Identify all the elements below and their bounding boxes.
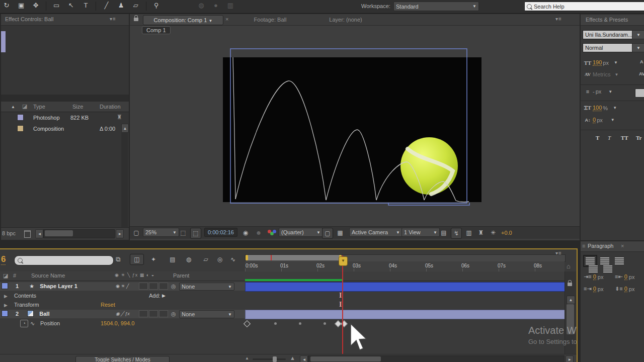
chevron-down-icon[interactable]: ▼ (208, 19, 212, 23)
lock-track-icon[interactable] (568, 282, 572, 287)
live-update-icon[interactable]: ↯ (451, 228, 462, 239)
workspace-dropdown[interactable]: Standard ▼ (393, 2, 479, 11)
font-size-value[interactable]: 190 (593, 59, 602, 66)
table-row[interactable]: Photoshop 822 KB (1, 113, 121, 123)
effect-controls-tab[interactable]: Effect Controls: Ball (5, 16, 53, 22)
align-left-button[interactable] (586, 257, 595, 264)
comp-breadcrumb-chip[interactable]: Comp 1 (142, 26, 171, 34)
keyframe-dot[interactable] (324, 322, 326, 325)
font-family-select[interactable]: Uni Ila.Sundaram... (583, 30, 636, 39)
row-duration[interactable]: Δ 0:00 (100, 126, 115, 132)
indent-left-value[interactable]: 0 (593, 274, 596, 280)
transform-row[interactable]: ▶ Transform Reset (0, 301, 245, 309)
layer-switches[interactable]: ◉ ╱ ƒx (116, 310, 130, 318)
timeline-hscroll-left[interactable]: ▲ (300, 355, 308, 362)
fill-options-dropdown[interactable] (635, 88, 644, 98)
brush-tool-icon[interactable]: ╱ (100, 0, 113, 11)
chevron-down-icon[interactable]: ▼ (614, 72, 618, 77)
zoom-slider-thumb[interactable] (273, 356, 277, 362)
sort-arrow-icon[interactable]: ▲ (11, 105, 15, 109)
composition-viewport[interactable] (130, 34, 580, 226)
paragraph-header[interactable]: ≡ Paragraph × (581, 241, 644, 252)
hscroll-thumb[interactable] (45, 230, 73, 236)
position-value[interactable]: 1504.0, 994.0 (101, 319, 134, 328)
zoom-in-mountain-icon[interactable]: ▲ (290, 355, 295, 361)
transform-label[interactable]: Transform (14, 302, 39, 308)
hscroll-right-button[interactable]: ▲ (116, 229, 124, 238)
goto-time-icon[interactable]: ▤ (439, 228, 449, 238)
indent-left-field[interactable]: ⇥≡ 0 px (584, 274, 603, 280)
chevron-down-icon[interactable]: ▼ (608, 89, 612, 94)
navigator-start-handle[interactable] (246, 255, 248, 260)
position-row[interactable]: ◔ ∿ Position 1504.0, 994.0 (0, 319, 245, 328)
type-tool-icon[interactable]: T (79, 0, 92, 11)
table-row[interactable]: Composition Δ 0:00 (1, 124, 121, 134)
exposure-value[interactable]: +0.0 (501, 230, 512, 236)
effects-presets-tab[interactable]: Effects & Presets (586, 17, 628, 23)
transparency-grid-icon[interactable]: ▦ (335, 228, 345, 238)
column-parent[interactable]: Parent (173, 273, 189, 279)
chevron-down-icon[interactable]: ▼ (614, 60, 618, 65)
layer-row-shape[interactable]: 1 ★ Shape Layer 1 ◉ ☀ ╱ ◎ None▼ (0, 282, 245, 291)
align-center-button[interactable] (600, 257, 609, 264)
zoom-out-mountain-icon[interactable]: ▲ (245, 356, 249, 360)
resolution-dropdown[interactable]: (Quarter)▼ (279, 228, 323, 237)
vertical-scrollbar[interactable] (121, 133, 128, 228)
keyframe-dot[interactable] (274, 322, 277, 325)
rectangle-tool-icon[interactable]: ▭ (50, 0, 63, 11)
layer-color-swatch[interactable] (2, 283, 8, 289)
layer-switches[interactable]: ◉ ☀ ╱ (116, 282, 129, 291)
space-after-value[interactable]: 0 (624, 286, 627, 292)
label-column-icon[interactable]: ◪ (22, 103, 27, 110)
snapshot-icon[interactable]: ◉ (240, 228, 251, 238)
tennis-ball[interactable] (400, 137, 458, 195)
stopwatch-icon[interactable]: ◔ (20, 320, 28, 327)
layer-name[interactable]: Shape Layer 1 (40, 283, 77, 289)
show-snapshot-icon[interactable]: ☻ (254, 228, 264, 238)
graph-editor-icon[interactable]: ∿ (226, 254, 239, 264)
faux-italic-button[interactable]: T (608, 135, 611, 141)
frame-blending-icon[interactable]: ▤ (166, 254, 179, 264)
exposure-shutter-icon[interactable]: ✳ (488, 228, 498, 238)
switch-boxes[interactable] (139, 283, 169, 291)
current-time-display[interactable]: 0:00:02:16 (204, 228, 237, 237)
ball-layer-duration-bar[interactable] (245, 310, 566, 319)
hide-shy-layers-icon[interactable]: ✦ (147, 254, 160, 264)
effects-presets-header[interactable]: Effects & Presets (581, 15, 644, 26)
layer-color-swatch[interactable] (2, 310, 8, 317)
motion-blur-icon[interactable]: ◍ (182, 254, 195, 264)
row-size[interactable]: 822 KB (70, 115, 89, 121)
font-family-dropdown-button[interactable]: ▼ (632, 30, 644, 39)
switch-boxes[interactable] (139, 310, 169, 319)
timeline-search-input[interactable] (14, 255, 114, 265)
brainstorm-icon[interactable]: ▱ (199, 254, 212, 264)
tab-footage[interactable]: Footage: Ball (233, 15, 307, 24)
all-caps-button[interactable]: TT (621, 135, 628, 141)
shape-layer-duration-bar[interactable] (245, 282, 566, 292)
kerning-value[interactable]: Metrics (593, 71, 610, 77)
pan-behind-tool-icon[interactable]: ✥ (29, 0, 42, 11)
view-layout-dropdown[interactable]: 1 View▼ (401, 228, 440, 237)
panel-menu-icon[interactable]: ▾≡ (110, 16, 116, 22)
puppet-pin-tool-icon[interactable]: ⚲ (150, 0, 163, 11)
comp-marker-bin-icon[interactable]: ⌂ (567, 262, 571, 270)
pen-tool-icon[interactable]: ↖ (64, 0, 77, 11)
auto-keyframe-icon[interactable]: ◎ (213, 254, 226, 264)
effect-controls-header[interactable]: Effect Controls: Ball ▾≡ (1, 14, 129, 26)
tab-close-icon[interactable]: × (225, 16, 228, 22)
column-type[interactable]: Type (33, 104, 45, 110)
hscroll-left-button[interactable]: ▲ (35, 229, 43, 238)
timeline-hscroll-right[interactable]: ▲ (566, 355, 574, 362)
search-help-input[interactable]: Search Help (524, 2, 644, 11)
expander-icon[interactable]: ▶ (4, 294, 8, 299)
small-caps-button[interactable]: Tr (636, 135, 641, 141)
toggle-switches-modes-button[interactable]: Toggle Switches / Modes (75, 356, 170, 362)
draft-3d-icon[interactable]: ◫ (130, 254, 144, 265)
magnification-dropdown[interactable]: 25%▼ (143, 228, 179, 237)
row-type[interactable]: Composition (33, 126, 64, 132)
time-navigator-track[interactable] (245, 254, 566, 262)
timeline-zoom-slider[interactable] (253, 358, 286, 360)
contents-label[interactable]: Contents (14, 293, 36, 299)
tab-close-icon[interactable]: × (621, 243, 624, 249)
transform-reset-link[interactable]: Reset (101, 301, 115, 309)
